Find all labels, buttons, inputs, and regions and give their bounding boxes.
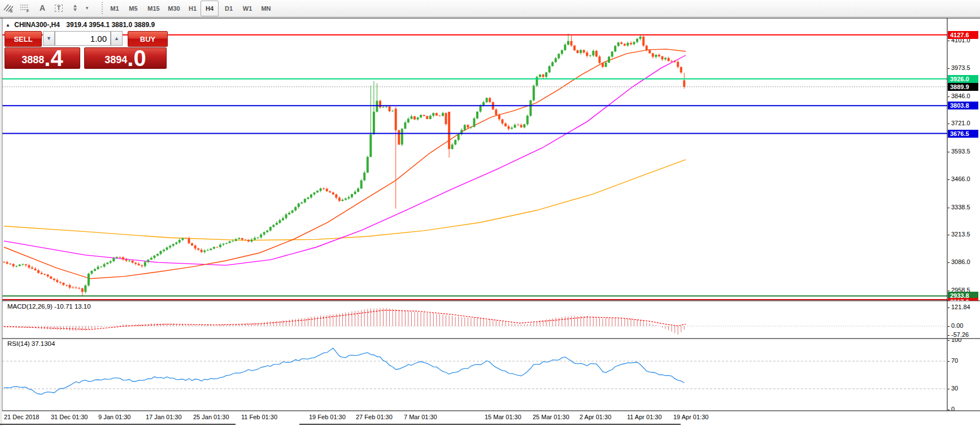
axis-tick-mark (948, 291, 949, 291)
time-axis-label: 9 Jan 01:30 (98, 414, 131, 420)
axis-tick-mark (948, 308, 949, 308)
time-axis-label: 15 Mar 01:30 (485, 414, 521, 420)
macd-axis-tick: 121.84 (951, 304, 970, 310)
symbol-collapse-icon[interactable]: ▲ (6, 23, 10, 28)
axis-tick-mark (948, 361, 949, 362)
buy-button-label: BUY (140, 35, 155, 43)
price-level-badge: 3676.5 (948, 130, 978, 138)
time-axis-label: 19 Feb 01:30 (309, 414, 346, 420)
axis-tick-mark (948, 41, 949, 41)
volume-decrease-button[interactable]: ▼ (43, 31, 55, 46)
axis-tick-mark (948, 96, 949, 97)
price-level-badge: 3926.0 (948, 75, 978, 83)
trading-platform-screen: E F A T ▾ M1M5M15M30H1H4D1W1MN (0, 0, 980, 426)
axis-tick-mark (948, 262, 949, 263)
price-level-badge: 4127.6 (948, 31, 978, 39)
volume-increase-button[interactable]: ▲ (111, 31, 123, 46)
symbol-ohlc: 3919.4 3954.1 3881.0 3889.9 (66, 21, 155, 29)
buy-price-main: 3894 (104, 55, 127, 65)
buy-price-button[interactable]: 3894 .0 (84, 47, 167, 69)
price-axis-tick: 3593.5 (951, 148, 970, 155)
macd-axis-tick: 0.00 (951, 322, 963, 329)
axis-tick-mark (948, 179, 949, 180)
axis-tick-mark (948, 68, 949, 69)
price-axis-tick: 3466.0 (951, 175, 970, 182)
macd-label: MACD(12,26,9) -10.71 13.10 (7, 303, 91, 310)
time-axis-label: 25 Jan 01:30 (193, 414, 229, 420)
time-axis-label: 21 Dec 2018 (4, 414, 39, 420)
volume-input[interactable]: 1.00 (55, 31, 111, 46)
rsi-label: RSI(14) 37.1304 (7, 340, 55, 347)
macd-axis[interactable]: 121.840.00-57.26 (948, 301, 980, 339)
axis-tick-mark (948, 389, 949, 389)
time-axis-label: 17 Jan 01:30 (146, 414, 182, 420)
time-axis-label: 2 Apr 01:30 (580, 414, 611, 420)
buy-button[interactable]: BUY (128, 31, 168, 47)
time-axis-label: 31 Dec 01:30 (51, 414, 88, 420)
time-axis-label: 11 Apr 01:30 (627, 414, 662, 420)
price-level-badge: 3889.9 (948, 83, 978, 91)
rsi-axis-tick: 0 (951, 406, 955, 411)
axis-tick-mark (948, 340, 949, 341)
rsi-axis-tick: 30 (951, 385, 958, 392)
price-axis-tick: 3086.0 (951, 258, 970, 265)
sell-price-button[interactable]: 3888 .4 (5, 47, 80, 69)
symbol-name: CHINA300-,H4 (14, 21, 60, 29)
axis-tick-mark (948, 335, 949, 336)
sell-button-label: SELL (14, 35, 32, 43)
volume-value: 1.00 (90, 34, 107, 43)
sell-price-fraction: .4 (44, 49, 63, 68)
axis-tick-mark (948, 124, 949, 124)
axis-tick-mark (948, 326, 949, 327)
time-axis-label: 11 Feb 01:30 (241, 414, 277, 420)
rsi-axis-tick: 70 (951, 357, 958, 364)
axis-tick-mark (948, 410, 949, 410)
time-axis-label: 25 Mar 01:30 (533, 414, 569, 420)
sell-button[interactable]: SELL (5, 31, 42, 47)
rsi-axis[interactable]: 10070300 (948, 339, 980, 411)
time-axis-label: 7 Mar 01:30 (404, 414, 437, 420)
chart-window: ▲ CHINA300-,H4 3919.4 3954.1 3881.0 3889… (2, 17, 980, 426)
sell-price-main: 3888 (21, 55, 44, 65)
rsi-axis-tick: 100 (951, 339, 961, 343)
price-level-badge: 3803.8 (948, 102, 978, 109)
axis-tick-mark (948, 152, 949, 152)
caret-down-icon: ▼ (46, 36, 51, 41)
horizontal-scrollbar[interactable] (0, 424, 236, 425)
macd-axis-tick: -57.26 (951, 331, 969, 338)
price-axis-tick: 3721.0 (951, 120, 970, 126)
price-axis-tick: 3338.5 (951, 204, 970, 210)
horizontal-scrollbar[interactable] (299, 424, 681, 425)
time-axis-label: 27 Feb 01:30 (356, 414, 393, 420)
price-axis-tick: 3213.5 (951, 231, 970, 238)
caret-up-icon: ▲ (114, 36, 119, 41)
time-axis-label: 19 Apr 01:30 (673, 414, 708, 420)
buy-price-fraction: .0 (127, 49, 146, 68)
price-axis[interactable]: 4101.03973.53846.03721.03593.53466.03338… (948, 18, 980, 301)
price-axis-tick: 3846.0 (951, 93, 970, 99)
axis-tick-mark (948, 235, 949, 235)
symbol-info-line: ▲ CHINA300-,H4 3919.4 3954.1 3881.0 3889… (6, 21, 155, 29)
axis-tick-mark (948, 208, 949, 208)
price-axis-tick: 3973.5 (951, 64, 970, 71)
